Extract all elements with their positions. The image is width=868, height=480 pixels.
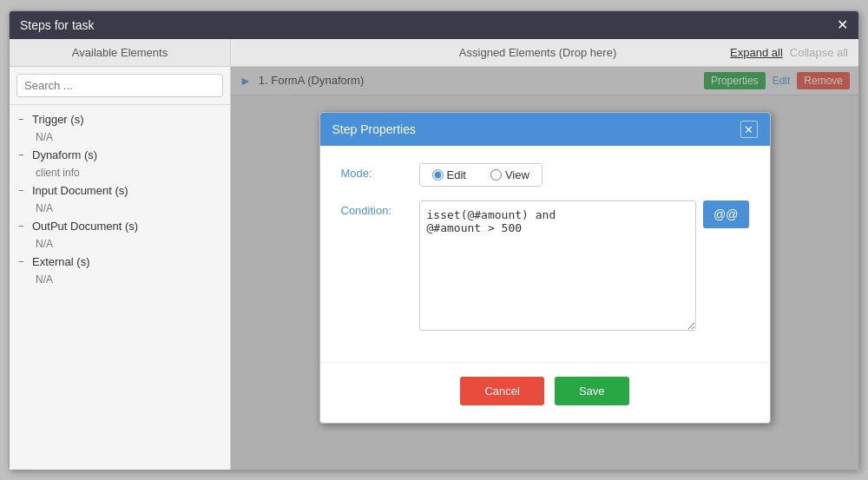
toggle-icon-dynaform: − xyxy=(18,149,29,160)
tree-label-dynaform: Dynaform (s) xyxy=(32,148,97,161)
assigned-elements-label: Assigned Elements (Drop here) xyxy=(345,46,730,59)
radio-view-input[interactable] xyxy=(490,169,502,181)
tree-item-input-doc[interactable]: − Input Document (s) xyxy=(10,181,230,200)
toggle-icon-trigger: − xyxy=(18,114,29,124)
header-actions: Expand all Collapse all xyxy=(730,46,848,59)
available-elements-header: Available Elements xyxy=(10,39,230,67)
content-area: Available Elements − Trigger (s) N/A − D… xyxy=(10,39,858,470)
right-panel: Assigned Elements (Drop here) Expand all… xyxy=(231,39,858,470)
cancel-button[interactable]: Cancel xyxy=(460,377,543,405)
step-properties-dialog: Step Properties ✕ Mode: xyxy=(319,112,771,424)
toggle-icon-input-doc: − xyxy=(18,185,29,195)
assigned-area: ► 1. FormA (Dynaform) Properties Edit Re… xyxy=(231,67,858,470)
condition-textarea[interactable] xyxy=(419,201,697,331)
main-close-button[interactable]: ✕ xyxy=(837,18,848,32)
left-panel: Available Elements − Trigger (s) N/A − D… xyxy=(10,39,231,470)
condition-control: @@ xyxy=(419,201,749,331)
tree-label-output-doc: OutPut Document (s) xyxy=(32,220,138,233)
toggle-icon-output-doc: − xyxy=(18,220,29,231)
tree-label-trigger: Trigger (s) xyxy=(32,113,83,126)
mode-label: Mode: xyxy=(341,163,419,180)
mode-control: Edit View xyxy=(419,163,749,187)
main-window: Steps for task ✕ Available Elements − Tr… xyxy=(9,10,859,470)
at-at-button[interactable]: @@ xyxy=(703,201,748,228)
tree-label-input-doc: Input Document (s) xyxy=(32,184,128,197)
right-panel-header: Assigned Elements (Drop here) Expand all… xyxy=(231,39,858,67)
radio-edit-input[interactable] xyxy=(432,169,444,181)
tree-list: − Trigger (s) N/A − Dynaform (s) client … xyxy=(10,105,230,470)
dialog-body: Mode: Edit xyxy=(320,146,770,362)
mode-radio-group: Edit View xyxy=(419,163,542,187)
tree-child-external: N/A xyxy=(10,271,230,288)
search-box xyxy=(10,67,230,105)
radio-view-label: View xyxy=(505,168,529,181)
collapse-all-button[interactable]: Collapse all xyxy=(790,46,848,59)
radio-view-option[interactable]: View xyxy=(478,164,542,186)
toggle-icon-external: − xyxy=(18,256,29,266)
dialog-title: Step Properties xyxy=(332,122,417,136)
condition-label: Condition: xyxy=(341,201,419,217)
condition-row: Condition: @@ xyxy=(341,201,749,331)
tree-label-external: External (s) xyxy=(32,255,89,268)
window-title: Steps for task xyxy=(20,18,95,32)
mode-row: Mode: Edit xyxy=(341,163,749,187)
tree-item-trigger[interactable]: − Trigger (s) xyxy=(10,110,230,128)
save-button[interactable]: Save xyxy=(555,377,629,405)
radio-edit-label: Edit xyxy=(447,168,466,181)
tree-child-dynaform: client info xyxy=(10,164,230,181)
tree-child-trigger: N/A xyxy=(10,128,230,146)
expand-all-button[interactable]: Expand all xyxy=(730,46,783,59)
dialog-footer: Cancel Save xyxy=(320,362,770,423)
tree-item-dynaform[interactable]: − Dynaform (s) xyxy=(10,146,230,164)
main-title-bar: Steps for task ✕ xyxy=(10,11,858,39)
tree-item-external[interactable]: − External (s) xyxy=(10,253,230,271)
tree-child-output-doc: N/A xyxy=(10,235,230,253)
tree-item-output-doc[interactable]: − OutPut Document (s) xyxy=(10,217,230,235)
step-properties-overlay: Step Properties ✕ Mode: xyxy=(231,67,858,470)
search-input[interactable] xyxy=(16,74,223,97)
radio-edit-option[interactable]: Edit xyxy=(420,164,478,186)
tree-child-input-doc: N/A xyxy=(10,200,230,217)
dialog-title-bar: Step Properties ✕ xyxy=(320,113,770,146)
dialog-close-button[interactable]: ✕ xyxy=(740,121,758,138)
